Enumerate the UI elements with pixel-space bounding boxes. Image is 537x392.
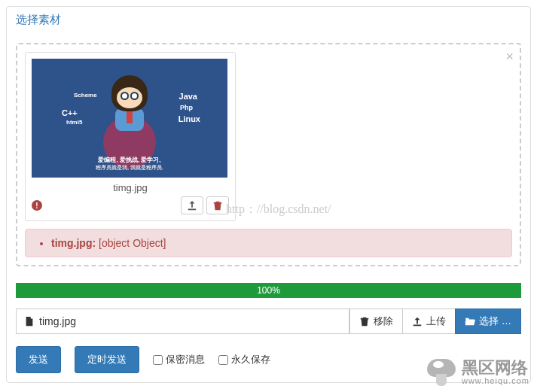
error-icon: ! (32, 200, 42, 211)
error-item: timg.jpg: [object Object] (51, 237, 501, 249)
close-icon[interactable]: × (505, 49, 514, 65)
trash-icon (359, 316, 370, 327)
file-row: timg.jpg 移除 上传 选择 … (16, 308, 521, 334)
material-panel: 选择素材 × Java Php Linux C++ (6, 6, 531, 383)
secret-checkbox[interactable] (153, 355, 163, 365)
permanent-checkbox-wrap[interactable]: 永久保存 (218, 353, 270, 366)
secret-checkbox-wrap[interactable]: 保密消息 (153, 353, 205, 366)
upload-icon (412, 316, 423, 327)
panel-title: 选择素材 (7, 7, 530, 34)
send-button[interactable]: 发送 (16, 346, 61, 373)
panel-body: × Java Php Linux C++ Scheme (7, 34, 530, 275)
thumbnail-image: Java Php Linux C++ Scheme html5 爱编程, 爱挑战… (32, 59, 227, 178)
schedule-send-button[interactable]: 定时发送 (75, 346, 139, 373)
mushroom-icon (427, 357, 457, 387)
upload-button[interactable]: 上传 (402, 308, 455, 334)
thumbnail-card: Java Php Linux C++ Scheme html5 爱编程, 爱挑战… (25, 52, 236, 221)
watermark-text: http：//blog.csdn.net/ (226, 202, 331, 217)
bottom-watermark: 黑区网络 www.heiqu.com (427, 357, 529, 387)
error-alert: timg.jpg: [object Object] (25, 229, 512, 257)
thumbnail-filename: timg.jpg (32, 182, 229, 193)
dropzone[interactable]: × Java Php Linux C++ Scheme (16, 43, 521, 266)
remove-button[interactable]: 移除 (349, 308, 402, 334)
selected-file-box: timg.jpg (16, 308, 349, 334)
permanent-checkbox[interactable] (218, 355, 228, 365)
file-icon (24, 316, 35, 327)
selected-file-name: timg.jpg (39, 315, 76, 327)
trash-icon (212, 200, 223, 211)
browse-button[interactable]: 选择 … (455, 308, 521, 334)
progress-bar: 100% (16, 283, 521, 298)
upload-thumb-button[interactable] (181, 196, 203, 214)
upload-icon (187, 200, 197, 211)
folder-open-icon (465, 316, 475, 327)
